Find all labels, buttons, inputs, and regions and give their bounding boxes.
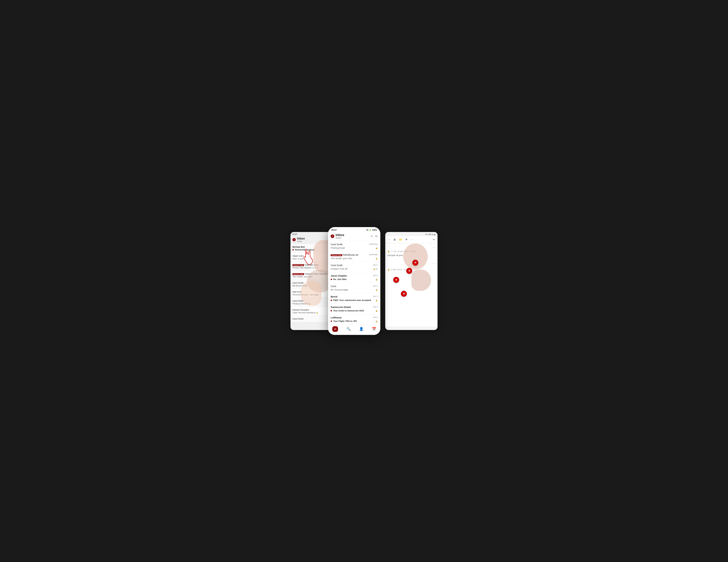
- phone-header-left: 1 Inbox Online: [331, 233, 344, 239]
- sender-name: Edward Snowden: [292, 309, 309, 311]
- blob-right-pink: [403, 243, 428, 270]
- phone-email-item-5[interactable]: Bernd Jun 4 FWD: Your submission was acc…: [328, 293, 380, 304]
- phone-email-icons: 🔒: [375, 288, 378, 291]
- unread-dot-phone: [331, 279, 332, 280]
- compose-icon-phone[interactable]: ✏: [375, 234, 378, 238]
- hide-button[interactable]: 👁: [405, 238, 408, 242]
- phone-header-icons: ☺ ✏: [370, 234, 378, 238]
- phone-email-subject: FWD: Your submission was accepted.: [331, 299, 371, 301]
- sender-name: Carol Smith: [292, 282, 304, 284]
- reply-button[interactable]: →: [387, 238, 391, 242]
- unread-dot-phone: [331, 300, 332, 301]
- phone-email-icons: 🔒: [375, 309, 378, 312]
- phone-email-icons: 🔒📎: [373, 267, 378, 270]
- phone-email-subject: Invitation: Kick-off: [331, 268, 347, 270]
- phone-email-icons: 🔒: [375, 299, 378, 302]
- phone-email-icons: 🔒: [375, 246, 378, 249]
- phone-email-item-6[interactable]: Gamescom Global Jun 4 Your invite to Gam…: [328, 304, 380, 314]
- phone-email-subject: Re: Job Offer: [331, 278, 347, 281]
- inbox-title-left: Inbox: [297, 237, 305, 240]
- phone-email-date: Jun 4: [373, 285, 378, 287]
- phone-email-item-7[interactable]: Lufthansa Jun 4 Your Flight: FRA to JFK …: [328, 314, 380, 323]
- calendar-nav-icon: 📅: [372, 327, 376, 331]
- phone-sender-name: Lufthansa: [331, 316, 342, 319]
- phone-email-subject: Re: Annual budget: [331, 289, 348, 291]
- inbox-online-left: Online: [297, 240, 305, 242]
- lock-icon-phone: 🔒: [375, 320, 378, 322]
- phone-email-date: Jun 5: [373, 274, 378, 277]
- x-button-3[interactable]: ✕: [393, 277, 399, 283]
- wifi-battery-right: ▾▾ 100 % ▬: [425, 233, 436, 235]
- lock-icon-meta: 🔒: [388, 250, 390, 252]
- phone-header: 1 Inbox Online ☺ ✏: [328, 232, 380, 241]
- phone-status-bar: 08:07 ▾▾ 🔋 100%: [328, 227, 380, 232]
- nav-mail[interactable]: ✉: [331, 326, 340, 332]
- phone-email-subject: Your emails, your rules: [331, 257, 352, 260]
- blob-right-tan: [411, 270, 431, 291]
- battery-right: 100 %: [428, 233, 433, 235]
- more-options-right[interactable]: ···: [433, 246, 435, 249]
- nav-calendar[interactable]: 📅: [370, 326, 378, 332]
- smiley-icon[interactable]: ☺: [370, 234, 373, 238]
- unread-dot-phone: [331, 321, 332, 322]
- lock-icon-phone: 🔒: [375, 299, 378, 301]
- phone-email-icons: 🔒: [375, 278, 378, 281]
- header-left-group: 1 Inbox Online: [292, 237, 305, 242]
- sender-name: Michael Bell: [292, 246, 305, 248]
- phone-email-item-4[interactable]: Carol Jun 4 Re: Annual budget 🔒: [328, 283, 380, 293]
- x-button-2[interactable]: ✕: [406, 268, 412, 274]
- tutanota-badge-phone: Tutanota Team: [331, 254, 342, 256]
- nav-contacts[interactable]: 👤: [357, 326, 365, 332]
- phone-sender-name: Jason Chaplen: [331, 274, 347, 277]
- phone-center: 08:07 ▾▾ 🔋 100% 1 Inbox Online ☺ ✏: [328, 227, 380, 335]
- more-button[interactable]: ···: [410, 238, 414, 242]
- phone-email-item-0[interactable]: Carol Smith yesterday Phishing Email 🔒: [328, 241, 380, 251]
- phone-email-date: Jun 4: [373, 306, 378, 308]
- lock-icon-footer: 🔒: [388, 269, 390, 271]
- lock-icon-phone: 🔒: [375, 278, 378, 280]
- x-button-4[interactable]: ✕: [401, 291, 407, 297]
- compose-button[interactable]: ✏: [432, 237, 436, 242]
- phone-email-subject: Your Flight: FRA to JFK: [331, 320, 357, 322]
- sender-name: Carol Smith: [292, 318, 304, 320]
- more-options-bottom[interactable]: ···: [433, 262, 435, 265]
- x-button-1[interactable]: ✕: [412, 260, 418, 266]
- phone-email-item-2[interactable]: Carol Smith Jun 5 Invitation: Kick-off 🔒…: [328, 262, 380, 272]
- unread-dot: [292, 249, 294, 250]
- phone-sender-name: Carol: [331, 285, 336, 288]
- search-nav-icon: 🔍: [346, 327, 351, 331]
- phone-status-icons: ▾▾ 🔋 100%: [366, 229, 377, 231]
- phone-inbox-title: Inbox: [336, 233, 344, 237]
- phone-sender-name: hello@tutao.de: [343, 254, 358, 256]
- delete-button[interactable]: 🗑: [393, 238, 397, 242]
- phone-sender-name: Carol Smith: [331, 243, 343, 246]
- lock-icon-phone: 🔒: [375, 247, 378, 249]
- phone-email-date: Jun 5: [373, 264, 378, 266]
- blob-peach: [300, 281, 322, 306]
- phone-email-item-1[interactable]: Tutanota Teamhello@tutao.de yesterday Yo…: [328, 251, 380, 262]
- wifi-icon-right: ▾▾: [425, 233, 427, 235]
- phone-bottom-bar: ✉ 🔍 👤 📅: [328, 324, 380, 335]
- unread-dot-phone: [331, 310, 332, 311]
- phone-inbox-online: Online: [336, 237, 344, 239]
- nav-search[interactable]: 🔍: [345, 326, 352, 332]
- lock-icon: 🔒: [316, 312, 318, 314]
- phone-email-item-3[interactable]: Jason Chaplen Jun 5 Re: Job Offer 🔒: [328, 272, 380, 283]
- phone-sender-name: Bernd: [331, 295, 337, 298]
- archive-button[interactable]: 📁: [398, 237, 403, 242]
- inbox-badge-left: 1: [292, 238, 296, 241]
- phone-email-list: Carol Smith yesterday Phishing Email 🔒 T…: [328, 241, 380, 323]
- lock-icon-phone: 🔒: [375, 289, 378, 291]
- contacts-nav-icon: 👤: [359, 327, 364, 331]
- phone-email-date: yesterday: [369, 243, 378, 245]
- tutanota-badge: Tutanota Team: [292, 273, 304, 275]
- lock-icon-phone: 🔒: [375, 257, 378, 259]
- scene: 07:37 Fri 16. Jun 1 Inbox Online ☰ ⊙ Mic…: [290, 224, 438, 338]
- phone-time: 08:07: [331, 229, 337, 231]
- wifi-icon: ▾▾: [366, 229, 368, 231]
- tutanota-badge: Tutanota Team: [292, 264, 304, 266]
- phone-email-date: Jun 4: [373, 316, 378, 318]
- phone-sender-name: Gamescom Global: [331, 306, 351, 308]
- phone-inbox-badge: 1: [331, 234, 334, 238]
- phone-email-date: Jun 4: [373, 295, 378, 298]
